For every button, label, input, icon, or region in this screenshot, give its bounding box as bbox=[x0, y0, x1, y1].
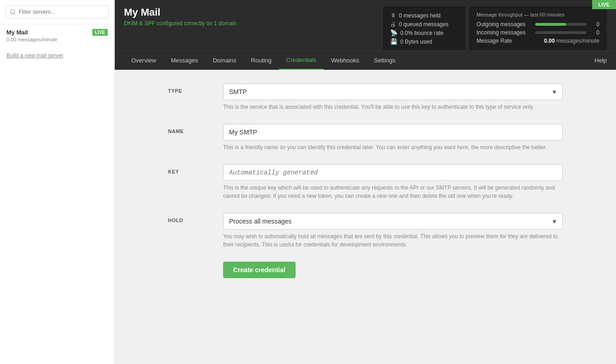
key-row: KEY This is the unique key which will be… bbox=[168, 164, 563, 200]
key-field: This is the unique key which will be use… bbox=[223, 164, 563, 200]
incoming-bar-bg bbox=[535, 31, 587, 34]
hold-label: HOLD bbox=[168, 213, 223, 223]
server-info: My Mail 0.00 messages/minute bbox=[6, 29, 57, 42]
nav-settings[interactable]: Settings bbox=[367, 51, 403, 69]
submit-row: Create credential bbox=[168, 262, 563, 278]
outgoing-label: Outgoing messages bbox=[476, 21, 532, 28]
page-title: My Mail bbox=[124, 6, 236, 18]
credential-form: TYPE SMTP API ▼ This is the service that… bbox=[168, 84, 563, 278]
nav-credentials[interactable]: Credentials bbox=[279, 51, 324, 70]
type-select-wrapper: SMTP API ▼ bbox=[223, 84, 563, 100]
create-credential-button[interactable]: Create credential bbox=[223, 262, 296, 278]
queue-icon: 🖨 bbox=[390, 21, 396, 28]
outgoing-row: Outgoing messages 0 bbox=[476, 21, 599, 28]
type-label: TYPE bbox=[168, 84, 223, 94]
hold-row: HOLD Process all messages Hold all messa… bbox=[168, 213, 563, 249]
header-left: My Mail DKIM & SPF configured correctly … bbox=[124, 6, 236, 27]
incoming-label: Incoming messages bbox=[476, 29, 532, 36]
type-row: TYPE SMTP API ▼ This is the service that… bbox=[168, 84, 563, 111]
stats-area: ⏸ 0 messages held 🖨 0 queued messages 📡 … bbox=[379, 6, 607, 50]
name-row: NAME This is a friendly name so you can … bbox=[168, 124, 563, 151]
storage-icon: 💾 bbox=[390, 38, 398, 45]
hold-hint: You may wish to automatically hold all m… bbox=[223, 232, 563, 249]
rate-unit: messages/minute bbox=[556, 38, 599, 44]
incoming-val: 0 bbox=[590, 29, 599, 36]
stat-messages-held: ⏸ 0 messages held bbox=[390, 12, 458, 19]
name-label: NAME bbox=[168, 124, 223, 134]
top-header-wrapper: My Mail DKIM & SPF configured correctly … bbox=[115, 0, 616, 70]
hold-select-wrapper: Process all messages Hold all messages ▼ bbox=[223, 213, 563, 230]
server-rate: 0.00 messages/minute bbox=[6, 37, 57, 42]
outgoing-val: 0 bbox=[590, 21, 599, 28]
outgoing-bar-bg bbox=[535, 23, 587, 26]
type-hint: This is the service that is associated w… bbox=[223, 103, 563, 111]
key-input[interactable] bbox=[223, 164, 563, 181]
bounce-icon: 📡 bbox=[390, 29, 398, 36]
nav-domains[interactable]: Domains bbox=[205, 51, 243, 69]
stats-box-messages: ⏸ 0 messages held 🖨 0 queued messages 📡 … bbox=[383, 6, 465, 50]
nav-bar: Overview Messages Domains Routing Creden… bbox=[115, 50, 616, 70]
nav-webhooks[interactable]: Webhooks bbox=[324, 51, 366, 69]
sidebar-search-area bbox=[0, 0, 114, 24]
live-ribbon: LIVE bbox=[592, 0, 616, 9]
main-content: My Mail DKIM & SPF configured correctly … bbox=[115, 0, 616, 364]
submit-label-spacer bbox=[168, 262, 223, 266]
name-hint: This is a friendly name so you can ident… bbox=[223, 143, 563, 151]
name-field: This is a friendly name so you can ident… bbox=[223, 124, 563, 151]
nav-messages[interactable]: Messages bbox=[163, 51, 205, 69]
top-header: My Mail DKIM & SPF configured correctly … bbox=[115, 0, 616, 50]
nav-overview[interactable]: Overview bbox=[124, 51, 163, 69]
key-label: KEY bbox=[168, 164, 223, 174]
key-hint: This is the unique key which will be use… bbox=[223, 184, 563, 200]
rate-val: 0.00 messages/minute bbox=[544, 38, 599, 44]
rate-label: Message Rate bbox=[476, 38, 512, 44]
rate-row: Message Rate 0.00 messages/minute bbox=[476, 38, 599, 44]
type-field: SMTP API ▼ This is the service that is a… bbox=[223, 84, 563, 111]
stat-queued: 🖨 0 queued messages bbox=[390, 21, 458, 28]
content-area: TYPE SMTP API ▼ This is the service that… bbox=[115, 70, 616, 364]
live-badge: LIVE bbox=[92, 29, 108, 36]
sidebar: My Mail 0.00 messages/minute LIVE Build … bbox=[0, 0, 115, 364]
incoming-row: Incoming messages 0 bbox=[476, 29, 599, 36]
dkim-status: DKIM & SPF configured correctly on 1 dom… bbox=[124, 20, 236, 27]
stat-bytes: 💾 0 Bytes used bbox=[390, 38, 458, 45]
nav-routing[interactable]: Routing bbox=[244, 51, 279, 69]
nav-help[interactable]: Help bbox=[594, 51, 607, 69]
hold-select[interactable]: Process all messages Hold all messages bbox=[223, 213, 563, 230]
outgoing-bar bbox=[535, 23, 566, 26]
hold-field: Process all messages Hold all messages ▼… bbox=[223, 213, 563, 249]
stats-box-throughput: Message throughput — last 60 minutes Out… bbox=[469, 6, 607, 50]
stat-bounce: 📡 0.0% bounce rate bbox=[390, 29, 458, 36]
submit-field: Create credential bbox=[223, 262, 563, 278]
rate-num: 0.00 bbox=[544, 38, 554, 44]
sidebar-server-item[interactable]: My Mail 0.00 messages/minute LIVE bbox=[0, 24, 114, 47]
server-filter-input[interactable] bbox=[6, 6, 109, 18]
pause-icon: ⏸ bbox=[390, 12, 396, 19]
build-server-link[interactable]: Build a new mail server bbox=[0, 49, 114, 62]
server-name: My Mail bbox=[6, 29, 57, 36]
throughput-title: Message throughput — last 60 minutes bbox=[476, 12, 599, 17]
type-select[interactable]: SMTP API bbox=[223, 84, 563, 100]
name-input[interactable] bbox=[223, 124, 563, 140]
